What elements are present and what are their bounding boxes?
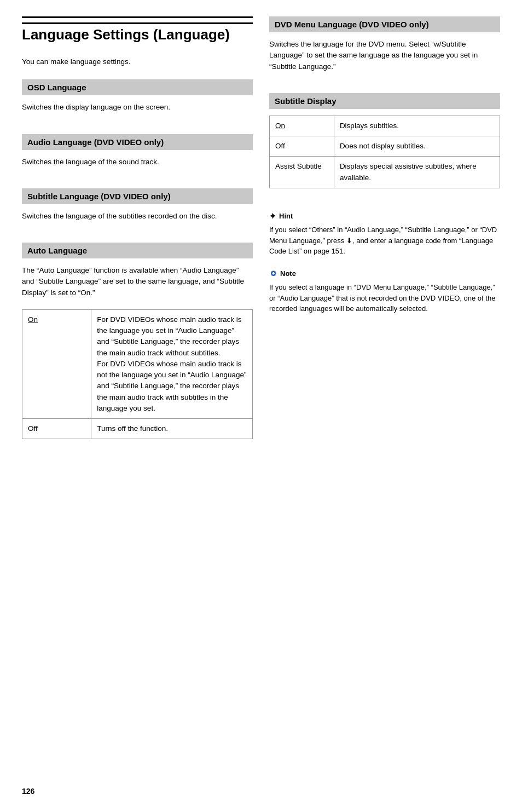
subtitle-on-label: On <box>270 116 334 136</box>
hint-title: ✦ Hint <box>269 210 500 223</box>
note-box: ⭘ Note If you select a language in “DVD … <box>269 268 500 314</box>
dvd-menu-language-text: Switches the language for the DVD menu. … <box>269 39 500 72</box>
right-column: DVD Menu Language (DVD VIDEO only) Switc… <box>269 16 500 790</box>
table-row: On Displays subtitles. <box>270 116 500 136</box>
subtitle-display-table: On Displays subtitles. Off Does not disp… <box>269 116 500 188</box>
hint-text: If you select “Others” in “Audio Languag… <box>269 224 500 257</box>
hint-box: ✦ Hint If you select “Others” in “Audio … <box>269 210 500 257</box>
subtitle-language-header: Subtitle Language (DVD VIDEO only) <box>22 188 253 204</box>
main-title: Language Settings (Language) <box>22 22 253 47</box>
note-title: ⭘ Note <box>269 268 500 280</box>
subtitle-on-desc: Displays subtitles. <box>334 116 500 136</box>
section-subtitle-display: Subtitle Display On Displays subtitles. … <box>269 93 500 197</box>
section-subtitle-language: Subtitle Language (DVD VIDEO only) Switc… <box>22 188 253 233</box>
section-auto-language: Auto Language The “Auto Language” functi… <box>22 243 253 448</box>
auto-lang-on-label: On <box>22 309 91 418</box>
section-dvd-menu-language: DVD Menu Language (DVD VIDEO only) Switc… <box>269 16 500 83</box>
section-audio-language: Audio Language (DVD VIDEO only) Switches… <box>22 134 253 178</box>
left-column: Language Settings (Language) You can mak… <box>22 16 253 790</box>
audio-language-header: Audio Language (DVD VIDEO only) <box>22 134 253 150</box>
auto-language-text: The “Auto Language” function is availabl… <box>22 265 253 298</box>
note-icon: ⭘ <box>269 268 277 280</box>
subtitle-assist-desc: Displays special assistive subtitles, wh… <box>334 157 500 188</box>
section-osd-language: OSD Language Switches the display langua… <box>22 79 253 124</box>
table-row: Assist Subtitle Displays special assisti… <box>270 157 500 188</box>
subtitle-off-desc: Does not display subtitles. <box>334 136 500 157</box>
auto-lang-off-desc: Turns off the function. <box>91 419 253 439</box>
hint-icon: ✦ <box>269 210 276 223</box>
page-number: 126 <box>22 787 34 796</box>
table-row: Off Does not display subtitles. <box>270 136 500 157</box>
auto-lang-off-label: Off <box>22 419 91 439</box>
table-row: On For DVD VIDEOs whose main audio track… <box>22 309 253 418</box>
table-row: Off Turns off the function. <box>22 419 253 439</box>
osd-language-header: OSD Language <box>22 79 253 95</box>
auto-language-header: Auto Language <box>22 243 253 258</box>
subtitle-off-label: Off <box>270 136 334 157</box>
auto-lang-on-desc: For DVD VIDEOs whose main audio track is… <box>91 309 253 418</box>
intro-text: You can make language settings. <box>22 56 253 67</box>
auto-language-table: On For DVD VIDEOs whose main audio track… <box>22 309 253 440</box>
audio-language-text: Switches the language of the sound track… <box>22 157 253 168</box>
subtitle-display-header: Subtitle Display <box>269 93 500 109</box>
subtitle-assist-label: Assist Subtitle <box>270 157 334 188</box>
note-text: If you select a language in “DVD Menu La… <box>269 282 500 314</box>
osd-language-text: Switches the display language on the scr… <box>22 102 253 113</box>
dvd-menu-language-header: DVD Menu Language (DVD VIDEO only) <box>269 16 500 32</box>
subtitle-language-text: Switches the language of the subtitles r… <box>22 211 253 222</box>
